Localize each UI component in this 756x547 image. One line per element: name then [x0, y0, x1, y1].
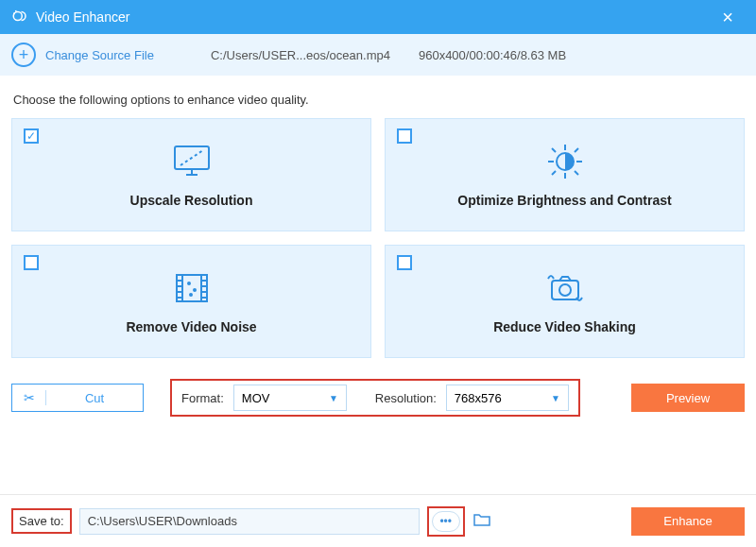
source-path: C:/Users/USER...eos/ocean.mp4	[211, 48, 390, 62]
option-cards: ✓ Upscale Resolution Optimize Brightness…	[0, 118, 756, 358]
brightness-icon	[542, 143, 588, 183]
chevron-down-icon: ▼	[329, 393, 338, 403]
card-label: Optimize Brightness and Contrast	[457, 193, 671, 208]
svg-line-2	[180, 150, 203, 165]
preview-label: Preview	[666, 391, 710, 405]
format-select[interactable]: MOV ▼	[233, 385, 347, 411]
svg-line-13	[575, 148, 578, 152]
cut-button[interactable]: ✂ Cut	[11, 384, 144, 412]
close-icon[interactable]: ×	[711, 7, 745, 28]
svg-point-27	[190, 294, 192, 296]
titlebar: Video Enhancer ×	[0, 0, 756, 34]
source-bar: + Change Source File C:/Users/USER...eos…	[0, 34, 756, 76]
format-value: MOV	[242, 391, 270, 405]
scissors-icon: ✂	[12, 390, 46, 405]
source-meta: 960x400/00:00:46/8.63 MB	[419, 48, 566, 62]
change-source-button[interactable]: + Change Source File	[11, 43, 154, 67]
card-optimize-brightness[interactable]: Optimize Brightness and Contrast	[385, 118, 745, 231]
cut-label: Cut	[46, 391, 143, 405]
svg-line-11	[575, 171, 578, 175]
svg-line-10	[552, 148, 556, 152]
svg-point-29	[559, 284, 571, 296]
browse-highlight: •••	[427, 506, 465, 537]
card-label: Upscale Resolution	[130, 193, 253, 208]
filmstrip-icon	[169, 269, 215, 310]
card-upscale-resolution[interactable]: ✓ Upscale Resolution	[11, 118, 371, 231]
plus-icon: +	[11, 43, 36, 67]
controls-row: ✂ Cut Format: MOV ▼ Resolution: 768x576 …	[0, 358, 756, 417]
resolution-value: 768x576	[455, 391, 502, 405]
format-resolution-group: Format: MOV ▼ Resolution: 768x576 ▼	[170, 379, 580, 417]
instruction-text: Choose the following options to enhance …	[0, 76, 756, 118]
checkbox-upscale[interactable]: ✓	[24, 128, 39, 144]
change-source-label: Change Source File	[45, 48, 154, 62]
card-label: Remove Video Noise	[126, 319, 256, 334]
camera-shake-icon	[542, 269, 588, 310]
checkbox-shaking[interactable]	[397, 255, 412, 270]
checkbox-brightness[interactable]	[397, 128, 412, 144]
open-folder-icon[interactable]	[472, 512, 491, 531]
chevron-down-icon: ▼	[551, 393, 560, 403]
svg-point-25	[188, 282, 190, 284]
svg-line-12	[552, 171, 556, 175]
browse-button[interactable]: •••	[432, 511, 460, 532]
preview-button[interactable]: Preview	[631, 384, 745, 412]
svg-point-26	[194, 289, 196, 291]
format-label: Format:	[181, 391, 224, 405]
save-path-input[interactable]: C:\Users\USER\Downloads	[79, 508, 420, 535]
card-remove-noise[interactable]: Remove Video Noise	[11, 245, 371, 358]
enhance-button[interactable]: Enhance	[631, 507, 745, 536]
checkbox-noise[interactable]	[24, 255, 39, 270]
card-reduce-shaking[interactable]: Reduce Video Shaking	[385, 245, 745, 358]
footer-bar: Save to: C:\Users\USER\Downloads ••• Enh…	[0, 494, 756, 547]
app-icon	[11, 8, 28, 27]
card-label: Reduce Video Shaking	[493, 319, 636, 334]
save-path-value: C:\Users\USER\Downloads	[88, 514, 237, 528]
save-to-label: Save to:	[11, 508, 72, 534]
resolution-label: Resolution:	[375, 391, 437, 405]
enhance-label: Enhance	[663, 514, 712, 528]
app-title: Video Enhancer	[36, 9, 129, 25]
monitor-icon	[169, 143, 215, 183]
resolution-select[interactable]: 768x576 ▼	[446, 385, 569, 411]
